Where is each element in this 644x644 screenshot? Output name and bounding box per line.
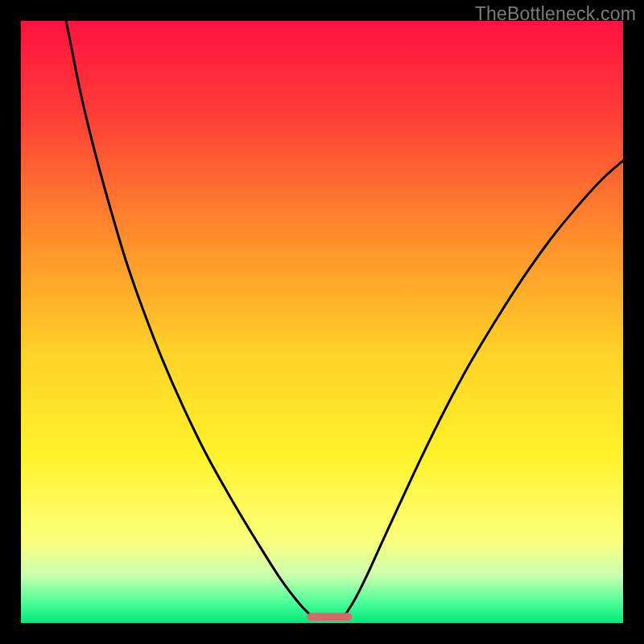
chart-svg	[21, 21, 623, 623]
bottleneck-marker	[307, 613, 352, 621]
plot-area	[21, 21, 623, 623]
outer-frame: TheBottleneck.com	[0, 0, 644, 644]
gradient-background	[21, 21, 623, 623]
watermark-label: TheBottleneck.com	[475, 3, 636, 25]
